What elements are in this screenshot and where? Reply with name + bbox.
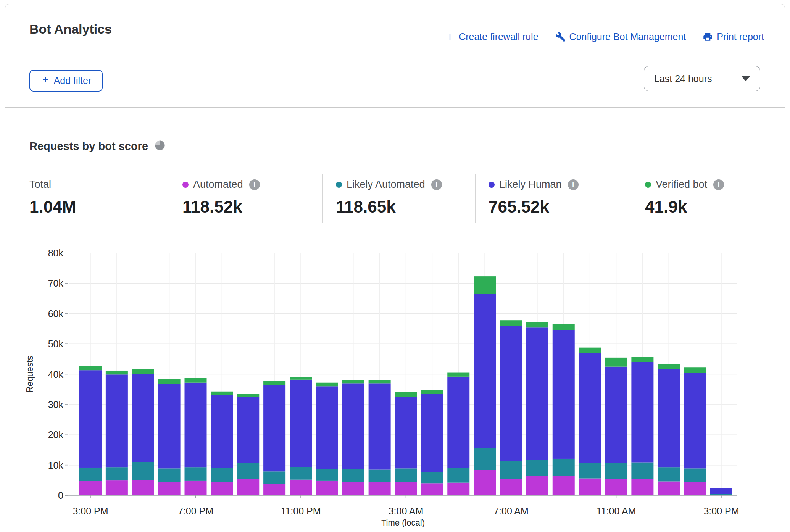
bar-segment-likely-human[interactable] xyxy=(684,373,706,468)
bar-segment-automated[interactable] xyxy=(211,482,233,495)
bar-segment-likely-automated[interactable] xyxy=(553,459,575,476)
bar-segment-automated[interactable] xyxy=(605,479,627,495)
bar-segment-likely-human[interactable] xyxy=(342,383,364,469)
bar-segment-likely-human[interactable] xyxy=(658,369,680,467)
bar-segment-verified-bot[interactable] xyxy=(316,383,338,387)
bar-segment-likely-automated[interactable] xyxy=(185,467,207,481)
bar-segment-automated[interactable] xyxy=(447,483,469,495)
bar-segment-verified-bot[interactable] xyxy=(421,390,443,394)
bar-segment-verified-bot[interactable] xyxy=(290,377,312,379)
bar-segment-automated[interactable] xyxy=(185,481,207,495)
bar-segment-likely-automated[interactable] xyxy=(79,468,102,481)
bar-segment-verified-bot[interactable] xyxy=(369,380,391,384)
bar-segment-likely-automated[interactable] xyxy=(500,461,522,479)
bar-segment-verified-bot[interactable] xyxy=(631,357,653,362)
bar-segment-automated[interactable] xyxy=(658,481,680,495)
bar-segment-likely-automated[interactable] xyxy=(447,468,469,483)
bar-segment-verified-bot[interactable] xyxy=(395,392,417,397)
bar-segment-automated[interactable] xyxy=(500,479,522,495)
bar-segment-verified-bot[interactable] xyxy=(579,348,601,353)
bar-segment-likely-automated[interactable] xyxy=(474,448,496,470)
info-icon[interactable]: i xyxy=(713,179,724,190)
bar-segment-likely-automated[interactable] xyxy=(526,460,548,476)
bar-segment-likely-human[interactable] xyxy=(500,326,522,461)
bar-segment-likely-human[interactable] xyxy=(526,327,548,460)
bar-segment-likely-human[interactable] xyxy=(263,385,285,471)
bar-segment-automated[interactable] xyxy=(395,482,417,495)
bar-segment-verified-bot[interactable] xyxy=(132,369,154,374)
bar-segment-likely-human[interactable] xyxy=(579,353,601,463)
bar-segment-likely-automated[interactable] xyxy=(263,471,285,484)
bar-segment-verified-bot[interactable] xyxy=(684,367,706,373)
bar-segment-likely-human[interactable] xyxy=(79,370,102,468)
bar-segment-likely-human[interactable] xyxy=(316,386,338,469)
bar-segment-automated[interactable] xyxy=(421,483,443,495)
bar-segment-likely-automated[interactable] xyxy=(211,468,233,482)
bar-segment-likely-human[interactable] xyxy=(106,374,128,467)
bar-segment-likely-human[interactable] xyxy=(605,367,627,463)
bar-segment-verified-bot[interactable] xyxy=(553,324,575,330)
bar-segment-verified-bot[interactable] xyxy=(447,373,469,377)
bar-segment-verified-bot[interactable] xyxy=(263,381,285,385)
configure-bot-management-link[interactable]: Configure Bot Management xyxy=(555,31,686,42)
bar-segment-likely-automated[interactable] xyxy=(605,463,627,479)
bar-segment-automated[interactable] xyxy=(474,470,496,495)
bar-segment-likely-human[interactable] xyxy=(553,330,575,459)
bar-segment-automated[interactable] xyxy=(79,481,102,495)
bar-segment-likely-human[interactable] xyxy=(158,384,181,468)
bar-segment-automated[interactable] xyxy=(237,479,259,495)
add-filter-button[interactable]: Add filter xyxy=(29,70,103,92)
bar-segment-likely-automated[interactable] xyxy=(316,469,338,481)
bar-segment-likely-automated[interactable] xyxy=(684,468,706,482)
time-range-select[interactable]: Last 24 hours xyxy=(644,66,760,91)
bar-segment-verified-bot[interactable] xyxy=(237,394,259,397)
bar-segment-likely-human[interactable] xyxy=(290,380,312,467)
bar-segment-verified-bot[interactable] xyxy=(158,379,181,384)
bar-segment-likely-automated[interactable] xyxy=(342,469,364,482)
bar-segment-likely-automated[interactable] xyxy=(237,463,259,479)
bar-segment-likely-automated[interactable] xyxy=(579,463,601,478)
bar-segment-likely-automated[interactable] xyxy=(395,468,417,482)
bar-segment-verified-bot[interactable] xyxy=(106,371,128,374)
bar-segment-likely-automated[interactable] xyxy=(421,472,443,484)
bar-segment-automated[interactable] xyxy=(631,479,653,495)
bar-segment-likely-automated[interactable] xyxy=(106,467,128,480)
bar-segment-likely-automated[interactable] xyxy=(658,467,680,481)
bar-segment-likely-human[interactable] xyxy=(631,362,653,463)
bar-segment-likely-automated[interactable] xyxy=(290,467,312,479)
bar-segment-likely-human[interactable] xyxy=(474,294,496,448)
bar-segment-verified-bot[interactable] xyxy=(79,366,102,370)
bar-segment-likely-human[interactable] xyxy=(185,383,207,467)
bar-segment-likely-human[interactable] xyxy=(369,383,391,469)
bar-segment-automated[interactable] xyxy=(526,476,548,495)
bar-segment-likely-human[interactable] xyxy=(132,374,154,462)
print-report-link[interactable]: Print report xyxy=(703,31,764,42)
bar-segment-likely-human[interactable] xyxy=(237,397,259,463)
bar-segment-automated[interactable] xyxy=(684,482,706,495)
bar-segment-verified-bot[interactable] xyxy=(526,322,548,327)
create-firewall-rule-link[interactable]: Create firewall rule xyxy=(445,31,538,42)
info-icon[interactable]: i xyxy=(249,179,260,190)
bar-segment-likely-automated[interactable] xyxy=(132,462,154,480)
bar-segment-automated[interactable] xyxy=(263,484,285,495)
bar-segment-likely-human[interactable] xyxy=(710,488,732,494)
bar-segment-verified-bot[interactable] xyxy=(185,378,207,383)
bar-segment-automated[interactable] xyxy=(579,479,601,495)
bar-segment-verified-bot[interactable] xyxy=(342,380,364,383)
bar-segment-likely-human[interactable] xyxy=(447,377,469,468)
info-icon[interactable]: i xyxy=(568,179,579,190)
bar-segment-automated[interactable] xyxy=(132,480,154,495)
bar-segment-automated[interactable] xyxy=(369,482,391,495)
bar-segment-verified-bot[interactable] xyxy=(710,488,732,488)
bar-segment-automated[interactable] xyxy=(158,482,181,495)
info-icon[interactable]: i xyxy=(431,179,442,190)
bar-segment-automated[interactable] xyxy=(106,480,128,495)
bar-segment-verified-bot[interactable] xyxy=(658,364,680,369)
bar-segment-likely-human[interactable] xyxy=(395,397,417,469)
bar-segment-likely-automated[interactable] xyxy=(369,470,391,482)
bar-segment-likely-human[interactable] xyxy=(211,395,233,468)
bar-segment-verified-bot[interactable] xyxy=(605,358,627,367)
bar-segment-verified-bot[interactable] xyxy=(500,320,522,326)
bar-segment-likely-human[interactable] xyxy=(421,394,443,472)
bar-segment-automated[interactable] xyxy=(290,480,312,495)
